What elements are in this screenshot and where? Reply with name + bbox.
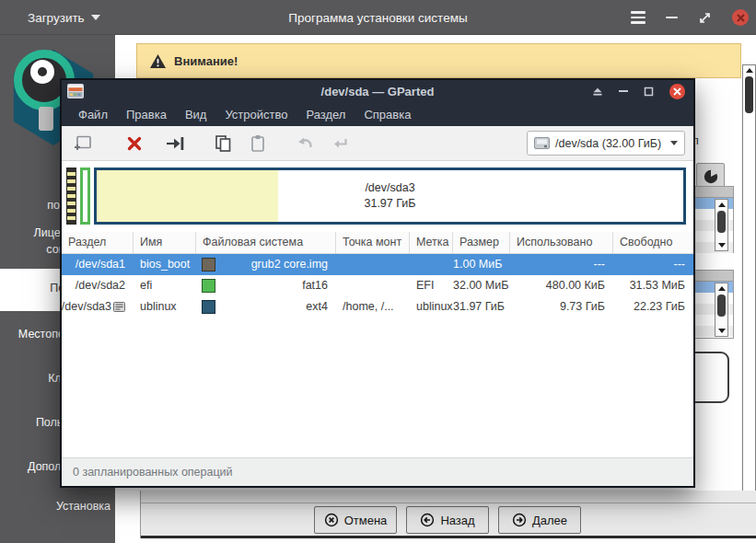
- scroll-up-icon[interactable]: [718, 202, 726, 207]
- back-arrow-icon: [420, 513, 435, 527]
- chevron-down-icon: [670, 141, 678, 145]
- menu-device[interactable]: Устройство: [215, 104, 297, 125]
- minimize-icon[interactable]: [619, 90, 628, 92]
- visual-partition-size: 31.97 ГиБ: [364, 196, 415, 212]
- scroll-thumb[interactable]: [717, 211, 726, 233]
- menu-file[interactable]: Файл: [69, 104, 117, 125]
- expand-icon[interactable]: [698, 11, 712, 25]
- close-icon[interactable]: [732, 9, 749, 26]
- fs-color-swatch: [202, 279, 215, 293]
- scroll-down-icon[interactable]: [718, 329, 726, 333]
- scroll-up-icon[interactable]: [746, 68, 753, 73]
- top-bar: Загрузить Программа установки системы: [0, 0, 756, 35]
- scrollbar[interactable]: [715, 199, 728, 251]
- sidebar-step-install[interactable]: Установка: [0, 498, 115, 514]
- paste-button[interactable]: [246, 132, 270, 156]
- col-used[interactable]: Использовано: [510, 232, 613, 253]
- menu-help[interactable]: Справка: [355, 104, 420, 125]
- col-free[interactable]: Свободно: [613, 232, 693, 253]
- next-label: Далее: [532, 514, 567, 527]
- hamburger-menu-icon[interactable]: [631, 11, 646, 24]
- table-row-sda1[interactable]: /dev/sda1 bios_boot grub2 core.img 1.00 …: [62, 254, 693, 275]
- pending-operations: 0 запланированных операций: [73, 466, 233, 479]
- col-mountpoint[interactable]: Точка монт: [336, 232, 410, 253]
- fs-color-swatch: [202, 300, 215, 314]
- device-selector[interactable]: /dev/sda (32.00 ГиБ): [527, 131, 685, 156]
- cancel-button[interactable]: Отмена: [314, 506, 397, 534]
- partition-visual-sda1[interactable]: [66, 168, 76, 225]
- gparted-window: /dev/sda — GParted Файл Правка Вид Устро…: [60, 78, 695, 488]
- partition-visual-sda3[interactable]: /dev/sda3 31.97 ГиБ: [94, 168, 686, 225]
- visual-partition-name: /dev/sda3: [365, 180, 414, 196]
- wizard-footer: Отмена Назад Далее: [140, 491, 756, 538]
- pie-chart-icon: [703, 168, 719, 185]
- cancel-label: Отмена: [344, 514, 388, 527]
- col-partition[interactable]: Раздел: [62, 232, 134, 253]
- warning-banner: Внимание!: [136, 43, 741, 78]
- fs-color-swatch: [202, 258, 215, 272]
- forward-arrow-icon: [512, 513, 527, 527]
- minimize-icon[interactable]: [666, 17, 678, 19]
- col-name[interactable]: Имя: [134, 232, 196, 253]
- gparted-menubar: Файл Правка Вид Устройство Раздел Справк…: [62, 102, 693, 126]
- col-filesystem[interactable]: Файловая система: [196, 232, 336, 253]
- divider: [141, 536, 756, 538]
- scroll-thumb[interactable]: [717, 295, 726, 317]
- back-button[interactable]: Назад: [406, 506, 489, 534]
- next-button[interactable]: Далее: [498, 506, 581, 534]
- device-selector-value: /dev/sda (32.00 ГиБ): [555, 137, 661, 150]
- restore-icon[interactable]: [644, 87, 654, 97]
- partition-visual-panel: /dev/sda3 31.97 ГиБ: [62, 161, 693, 232]
- partition-table-header: Раздел Имя Файловая система Точка монт М…: [62, 232, 693, 254]
- gparted-titlebar[interactable]: /dev/sda — GParted: [62, 80, 693, 102]
- screen: Внимание! Тип: [0, 0, 756, 543]
- partition-visual-sda2[interactable]: [80, 168, 90, 225]
- menu-edit[interactable]: Правка: [117, 104, 176, 125]
- table-row-sda2[interactable]: /dev/sda2 efi fat16 EFI 32.00 МиБ 480.00…: [62, 275, 693, 296]
- scroll-up-icon[interactable]: [718, 286, 726, 291]
- menu-view[interactable]: Вид: [176, 104, 216, 125]
- gparted-statusbar: 0 запланированных операций: [62, 457, 693, 486]
- eject-icon[interactable]: [592, 87, 603, 97]
- copy-button[interactable]: [211, 132, 235, 156]
- close-icon[interactable]: [669, 84, 685, 99]
- delete-partition-button[interactable]: [122, 132, 146, 156]
- new-partition-button[interactable]: [71, 132, 95, 156]
- scroll-down-icon[interactable]: [718, 243, 726, 248]
- mounted-partition-icon: [113, 302, 125, 312]
- main-scrollbar[interactable]: [742, 64, 756, 503]
- disk-icon: [534, 137, 550, 149]
- menu-partition[interactable]: Раздел: [297, 104, 355, 125]
- scroll-thumb[interactable]: [745, 76, 753, 113]
- col-size[interactable]: Размер: [453, 232, 510, 253]
- apply-button[interactable]: [329, 132, 353, 156]
- resize-move-button[interactable]: [163, 132, 187, 156]
- warning-title: Внимание!: [174, 54, 238, 68]
- scrollbar[interactable]: [715, 283, 728, 337]
- table-row-sda3[interactable]: /dev/sda3 ublinux ext4 /home, /... ublin…: [62, 296, 693, 318]
- back-label: Назад: [440, 514, 474, 527]
- undo-button[interactable]: [294, 132, 318, 156]
- gparted-toolbar: /dev/sda (32.00 ГиБ): [62, 126, 693, 161]
- cancel-icon: [324, 513, 339, 527]
- installer-logo-detail: [39, 107, 53, 131]
- divider: [141, 503, 756, 503]
- warning-triangle-icon: [150, 54, 166, 68]
- col-label[interactable]: Метка: [410, 232, 453, 253]
